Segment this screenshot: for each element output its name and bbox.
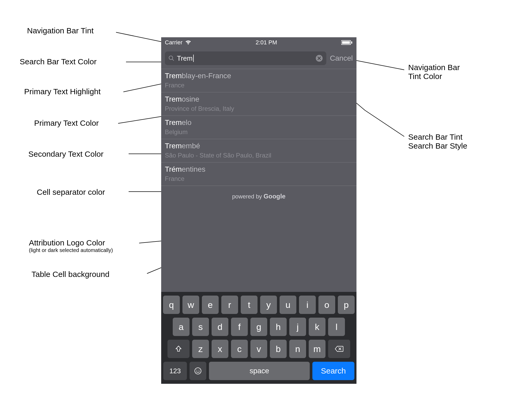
svg-rect-10 [342, 41, 350, 44]
key-y[interactable]: y [260, 296, 277, 314]
key-emoji[interactable] [190, 362, 206, 380]
svg-line-13 [172, 59, 174, 61]
battery-icon [341, 40, 353, 45]
key-x[interactable]: x [212, 340, 228, 358]
result-row[interactable]: Trémentines France [161, 162, 356, 186]
result-secondary: São Paulo - State of São Paulo, Brazil [165, 152, 353, 159]
svg-point-14 [195, 368, 201, 374]
result-row[interactable]: Tremelo Belgium [161, 116, 356, 139]
key-shift[interactable] [167, 340, 190, 358]
key-f[interactable]: f [231, 318, 248, 336]
result-secondary: Belgium [165, 128, 353, 136]
carrier-label: Carrier [165, 39, 182, 46]
search-icon [169, 55, 174, 61]
key-t[interactable]: t [241, 296, 258, 314]
key-search[interactable]: Search [312, 362, 354, 380]
key-q[interactable]: q [163, 296, 180, 314]
label-primary-text-color: Primary Text Color [34, 119, 99, 128]
clock-label: 2:01 PM [256, 39, 277, 46]
key-m[interactable]: m [309, 340, 326, 358]
key-b[interactable]: b [270, 340, 287, 358]
label-table-cell-background: Table Cell background [32, 270, 109, 279]
label-primary-text-highlight: Primary Text Highlight [24, 87, 101, 96]
key-h[interactable]: h [270, 318, 287, 336]
svg-line-8 [356, 60, 404, 70]
label-cell-separator-color: Cell separator color [37, 188, 105, 197]
key-s[interactable]: s [192, 318, 209, 336]
result-row[interactable]: Tremblay-en-France France [161, 69, 356, 92]
search-text: Trem [177, 54, 194, 62]
key-i[interactable]: i [299, 296, 316, 314]
key-k[interactable]: k [309, 318, 326, 336]
key-delete[interactable] [328, 340, 350, 358]
clear-text-button[interactable] [316, 55, 323, 62]
search-field[interactable]: Trem [165, 51, 326, 65]
svg-rect-11 [351, 41, 352, 44]
key-e[interactable]: e [202, 296, 219, 314]
svg-point-12 [169, 56, 173, 60]
key-v[interactable]: v [250, 340, 267, 358]
key-j[interactable]: j [289, 318, 306, 336]
key-u[interactable]: u [280, 296, 296, 314]
key-z[interactable]: z [192, 340, 209, 358]
result-secondary: France [165, 175, 353, 182]
key-r[interactable]: r [221, 296, 238, 314]
navigation-bar: Trem Cancel [161, 48, 356, 69]
label-search-bar-text-color: Search Bar Text Color [20, 57, 97, 66]
key-c[interactable]: c [231, 340, 248, 358]
label-nav-bar-tint-color: Navigation Bar Tint Color [408, 63, 460, 81]
key-a[interactable]: a [173, 318, 190, 336]
status-bar: Carrier 2:01 PM [161, 37, 356, 48]
cancel-button[interactable]: Cancel [330, 54, 353, 62]
key-n[interactable]: n [289, 340, 306, 358]
key-g[interactable]: g [250, 318, 267, 336]
label-nav-bar-tint: Navigation Bar Tint [27, 26, 93, 35]
key-l[interactable]: l [328, 318, 345, 336]
result-row[interactable]: Tremosine Province of Brescia, Italy [161, 92, 356, 116]
svg-line-0 [116, 32, 163, 42]
label-attribution-logo-color: Attribution Logo Color (light or dark se… [29, 238, 113, 253]
phone-frame: Carrier 2:01 PM Trem [161, 37, 356, 384]
key-p[interactable]: p [338, 296, 355, 314]
key-w[interactable]: w [182, 296, 199, 314]
result-secondary: Province of Brescia, Italy [165, 105, 353, 112]
key-123[interactable]: 123 [163, 362, 187, 380]
results-list: Tremblay-en-France France Tremosine Prov… [161, 69, 356, 186]
label-search-bar-tint-style: Search Bar Tint Search Bar Style [408, 133, 467, 150]
wifi-icon [185, 40, 191, 45]
key-o[interactable]: o [318, 296, 335, 314]
result-row[interactable]: Tremembé São Paulo - State of São Paulo,… [161, 139, 356, 162]
key-space[interactable]: space [209, 362, 310, 380]
svg-point-16 [198, 370, 199, 370]
svg-point-15 [196, 370, 197, 370]
key-d[interactable]: d [212, 318, 228, 336]
attribution: powered by Google [161, 186, 356, 211]
label-secondary-text-color: Secondary Text Color [28, 150, 103, 159]
result-secondary: France [165, 82, 353, 89]
keyboard: q w e r t y u i o p a s d f g h j k l [161, 292, 356, 384]
